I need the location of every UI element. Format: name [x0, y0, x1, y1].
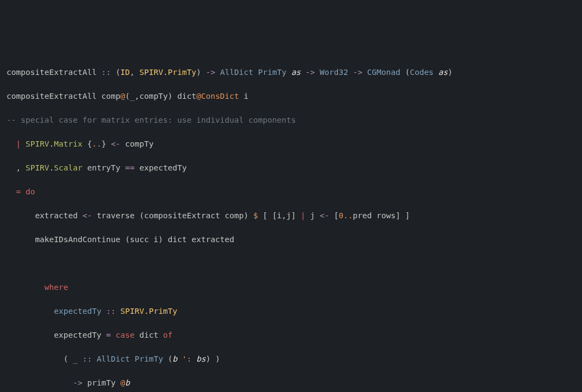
bind-arrow: <-	[111, 140, 120, 148]
code-line-5: , SPIRV.Scalar entryTy == expectedTy	[7, 162, 575, 174]
do-kw: do	[26, 187, 35, 196]
code-line-13: ( _ :: AllDict PrimTy (b ': bs) )	[7, 353, 575, 365]
code-line-7: extracted <- traverse (compositeExtract …	[7, 210, 575, 222]
arrow: ->	[73, 378, 82, 387]
text: j	[305, 211, 320, 220]
of-kw: of	[163, 331, 172, 339]
code-line-9-blank	[7, 257, 575, 269]
code-line-1: compositeExtractAll :: (ID, SPIRV.PrimTy…	[7, 66, 575, 78]
text: traverse (compositeExtract comp)	[92, 211, 253, 220]
where-kw: where	[45, 283, 68, 292]
paren: (	[400, 68, 410, 77]
text: compositeExtractAll comp	[7, 92, 121, 100]
text: primTy	[83, 378, 121, 387]
text: compTy	[121, 140, 154, 148]
code-line-3-comment: -- special case for matrix entries: use …	[7, 114, 575, 126]
at-op: @	[196, 92, 201, 100]
typevar: as	[291, 68, 301, 77]
constructor: Scalar	[54, 163, 82, 172]
text: i	[239, 92, 248, 100]
text: extracted	[7, 211, 83, 220]
fn-name: expectedTy	[54, 307, 106, 315]
case-kw: case	[116, 331, 135, 339]
paren: ) )	[206, 355, 220, 363]
type: AllDict PrimTy	[220, 68, 291, 77]
fn-name: compositeExtractAll	[7, 68, 102, 77]
code-line-10: where	[7, 281, 575, 293]
text: pred rows] ]	[353, 211, 410, 220]
record-wild: ..	[92, 140, 101, 148]
text: [ [i,j]	[258, 211, 301, 220]
paren: (	[111, 68, 120, 77]
bind-arrow: <-	[83, 211, 92, 220]
text: [	[329, 211, 339, 220]
type: Codes	[410, 68, 438, 77]
type: AllDict PrimTy	[97, 355, 163, 363]
typevar: bs	[196, 355, 205, 363]
op-dcolon: ::	[106, 307, 115, 315]
typevar: b	[173, 355, 178, 363]
type: SPIRV.PrimTy	[139, 68, 196, 77]
text: entryTy	[83, 163, 126, 172]
cons-op: ':	[182, 355, 191, 363]
paren: )	[196, 68, 205, 77]
module: SPIRV	[26, 163, 49, 172]
paren: )	[448, 68, 453, 77]
text: dict	[135, 331, 163, 339]
eq: =	[106, 331, 111, 339]
eq: =	[16, 187, 21, 196]
type: SPIRV.PrimTy	[121, 307, 178, 315]
text: expectedTy	[135, 163, 187, 172]
bind-arrow: <-	[320, 211, 329, 220]
number: 0	[339, 211, 343, 220]
dollar-op: $	[253, 211, 258, 220]
at-op: @	[121, 378, 126, 387]
paren: (	[125, 92, 130, 100]
typevar: b	[125, 378, 130, 387]
text: ,compTy) dict	[135, 92, 197, 100]
type: ID	[121, 68, 130, 77]
code-line-11: expectedTy :: SPIRV.PrimTy	[7, 305, 575, 317]
guard-pipe: |	[16, 140, 21, 148]
arrow: ->	[353, 68, 362, 77]
text: expectedTy	[7, 331, 106, 339]
arrow: ->	[305, 68, 315, 77]
typevar: as	[439, 68, 448, 77]
wildcard: _	[73, 355, 78, 363]
comp-pipe: |	[301, 211, 305, 220]
code-line-12: expectedTy = case dict of	[7, 329, 575, 341]
op-dcolon: ::	[83, 355, 92, 363]
module: SPIRV	[26, 140, 49, 148]
wildcard: _	[130, 92, 135, 100]
code-editor: compositeExtractAll :: (ID, SPIRV.PrimTy…	[7, 54, 575, 392]
eq-op: ==	[125, 163, 134, 172]
arrow: ->	[206, 68, 215, 77]
constructor: ConsDict	[201, 92, 239, 100]
code-line-8: makeIDsAndContinue (succ i) dict extract…	[7, 233, 575, 245]
paren: (	[163, 355, 172, 363]
type: CGMonad	[367, 68, 400, 77]
code-line-2: compositeExtractAll comp@(_,compTy) dict…	[7, 90, 575, 102]
range-op: ..	[343, 211, 353, 220]
op-dcolon: ::	[102, 68, 111, 77]
at-op: @	[121, 92, 126, 100]
type: Word32	[320, 68, 348, 77]
constructor: Matrix	[54, 140, 82, 148]
code-line-4: | SPIRV.Matrix {..} <- compTy	[7, 138, 575, 150]
comma: ,	[130, 68, 139, 77]
code-line-6: = do	[7, 186, 575, 198]
code-line-14: -> primTy @b	[7, 377, 575, 389]
